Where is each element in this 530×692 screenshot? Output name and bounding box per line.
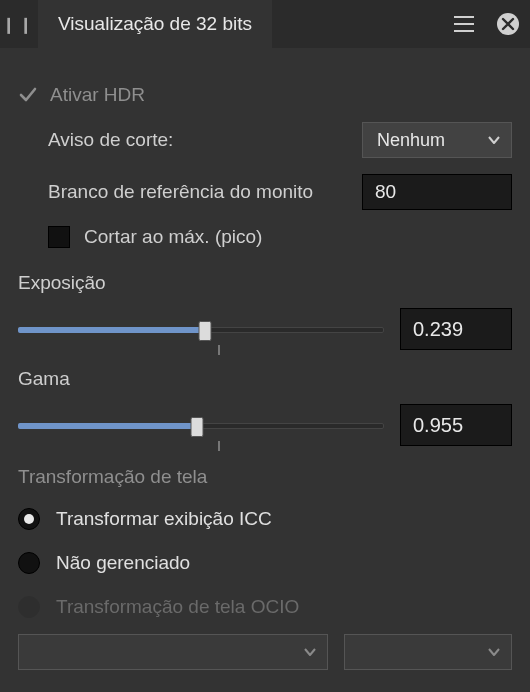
chevron-down-icon xyxy=(487,645,501,659)
slider-fill xyxy=(18,327,205,333)
exposure-value: 0.239 xyxy=(413,318,463,341)
tab-32bit-view[interactable]: Visualização de 32 bits xyxy=(38,0,272,48)
radio-unmanaged-label: Não gerenciado xyxy=(56,552,190,574)
clip-warning-value: Nenhum xyxy=(377,130,487,151)
slider-default-tick xyxy=(218,441,220,451)
chevron-down-icon xyxy=(303,645,317,659)
menu-icon xyxy=(454,16,474,32)
titlebar: ❙❙ Visualização de 32 bits xyxy=(0,0,530,48)
gamma-slider[interactable] xyxy=(18,411,384,439)
exposure-value-field[interactable]: 0.239 xyxy=(400,308,512,350)
radio-icc-row: Transformar exibição ICC xyxy=(18,508,512,530)
tab-title: Visualização de 32 bits xyxy=(58,13,252,35)
gamma-slider-row: 0.955 xyxy=(18,404,512,446)
ocio-view-dropdown xyxy=(344,634,512,670)
chevron-down-icon xyxy=(487,133,501,147)
slider-thumb[interactable] xyxy=(191,417,204,437)
clip-warning-row: Aviso de corte: Nenhum xyxy=(18,122,512,158)
clip-peak-label: Cortar ao máx. (pico) xyxy=(84,226,262,248)
slider-fill xyxy=(18,423,197,429)
radio-ocio-row: Transformação de tela OCIO xyxy=(18,596,512,618)
gamma-label: Gama xyxy=(18,368,512,390)
exposure-slider[interactable] xyxy=(18,315,384,343)
screen-transform-heading: Transformação de tela xyxy=(18,466,512,488)
exposure-slider-row: 0.239 xyxy=(18,308,512,350)
clip-warning-dropdown[interactable]: Nenhum xyxy=(362,122,512,158)
panel-body: Ativar HDR Aviso de corte: Nenhum Branco… xyxy=(0,48,530,670)
ref-white-value: 80 xyxy=(375,181,396,203)
radio-unmanaged-row: Não gerenciado xyxy=(18,552,512,574)
menu-button[interactable] xyxy=(442,0,486,48)
radio-ocio xyxy=(18,596,40,618)
close-button[interactable] xyxy=(486,0,530,48)
ref-white-row: Branco de referência do monito 80 xyxy=(18,174,512,210)
exposure-label: Exposição xyxy=(18,272,512,294)
gamma-value-field[interactable]: 0.955 xyxy=(400,404,512,446)
ref-white-label: Branco de referência do monito xyxy=(48,181,362,203)
ocio-dropdown-row xyxy=(18,634,512,670)
clip-peak-row: Cortar ao máx. (pico) xyxy=(18,226,512,248)
slider-thumb[interactable] xyxy=(198,321,211,341)
radio-ocio-label: Transformação de tela OCIO xyxy=(56,596,299,618)
slider-default-tick xyxy=(218,345,220,355)
radio-unmanaged[interactable] xyxy=(18,552,40,574)
radio-icc-label: Transformar exibição ICC xyxy=(56,508,272,530)
ocio-display-dropdown xyxy=(18,634,328,670)
enable-hdr-checkbox[interactable] xyxy=(18,85,38,105)
enable-hdr-label: Ativar HDR xyxy=(50,84,145,106)
ref-white-field[interactable]: 80 xyxy=(362,174,512,210)
enable-hdr-row: Ativar HDR xyxy=(18,84,512,106)
clip-peak-checkbox[interactable] xyxy=(48,226,70,248)
gamma-value: 0.955 xyxy=(413,414,463,437)
close-icon xyxy=(497,13,519,35)
clip-warning-label: Aviso de corte: xyxy=(48,129,362,151)
radio-dot-icon xyxy=(24,514,34,524)
drag-handle-icon[interactable]: ❙❙ xyxy=(0,0,38,48)
radio-icc[interactable] xyxy=(18,508,40,530)
